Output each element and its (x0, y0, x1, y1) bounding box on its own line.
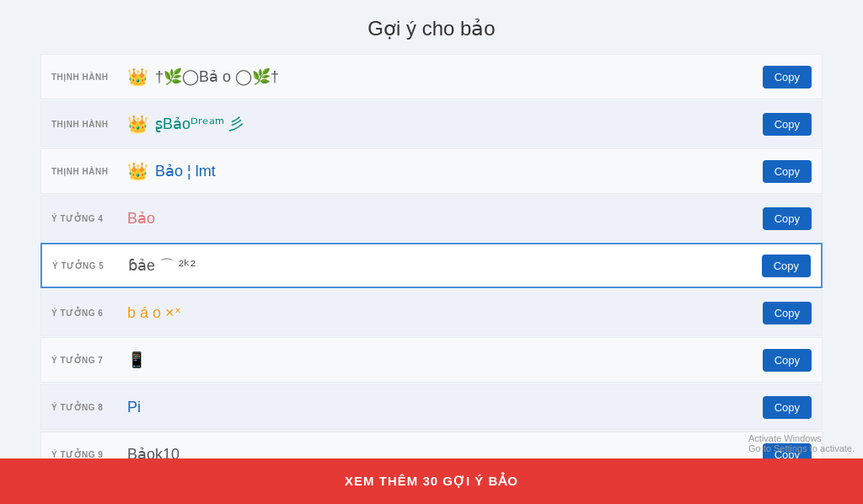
suggestion-row-3: THỊNH HÀNH👑Bảo ¦ lmtCopy (40, 148, 823, 194)
row-content-2: ʂBảoᴰʳᵉᵃᵐ 彡 (155, 114, 754, 134)
suggestion-row-1: THỊNH HÀNH👑†🌿◯Bả o ◯🌿†Copy (40, 54, 823, 99)
row-label-5: Ý TƯỞNG 5 (52, 261, 128, 271)
copy-button-4[interactable]: Copy (763, 207, 812, 230)
suggestions-container: THỊNH HÀNH👑†🌿◯Bả o ◯🌿†CopyTHỊNH HÀNH👑ʂBả… (27, 54, 836, 504)
activate-windows-notice: Activate WindowsGo to Settings to activa… (748, 433, 855, 453)
copy-button-1[interactable]: Copy (763, 66, 812, 88)
copy-button-6[interactable]: Copy (763, 302, 812, 324)
copy-button-3[interactable]: Copy (763, 160, 812, 183)
suggestion-row-4: Ý TƯỞNG 4BảoCopy (40, 196, 823, 241)
row-crown-icon-1: 👑 (127, 67, 148, 87)
row-label-9: Ý TƯỞNG 9 (51, 450, 127, 459)
suggestion-row-7: Ý TƯỞNG 7📱Copy (40, 337, 823, 383)
page-title: Gợi ý cho bảo (0, 0, 863, 54)
suggestion-row-5: Ý TƯỞNG 5ɓảe ⌒ ²ᵏ²Copy (40, 243, 823, 288)
copy-button-8[interactable]: Copy (763, 396, 812, 419)
row-label-8: Ý TƯỞNG 8 (51, 403, 127, 412)
row-content-8: Pi (127, 399, 754, 416)
row-label-3: THỊNH HÀNH (51, 167, 127, 176)
suggestion-row-6: Ý TƯỞNG 6b á o ×ˣCopy (40, 290, 823, 335)
row-content-6: b á o ×ˣ (127, 303, 754, 322)
row-content-7: 📱 (127, 351, 754, 369)
suggestion-row-2: THỊNH HÀNH👑ʂBảoᴰʳᵉᵃᵐ 彡Copy (40, 101, 823, 147)
row-content-3: Bảo ¦ lmt (155, 162, 754, 180)
row-content-5: ɓảe ⌒ ²ᵏ² (128, 255, 753, 276)
row-label-2: THỊNH HÀNH (51, 120, 127, 129)
copy-button-2[interactable]: Copy (763, 113, 812, 136)
copy-button-7[interactable]: Copy (763, 349, 812, 372)
row-label-1: THỊNH HÀNH (51, 72, 127, 82)
row-crown-icon-2: 👑 (127, 114, 148, 134)
row-label-7: Ý TƯỞNG 7 (51, 356, 127, 365)
row-crown-icon-3: 👑 (127, 161, 148, 181)
show-more-button[interactable]: XEM THÊM 30 GỢI Ý BẢO (0, 458, 863, 504)
copy-button-5[interactable]: Copy (762, 255, 811, 277)
suggestion-row-8: Ý TƯỞNG 8PiCopy (40, 384, 823, 430)
row-content-4: Bảo (127, 209, 754, 228)
row-label-4: Ý TƯỞNG 4 (51, 214, 127, 223)
row-label-6: Ý TƯỞNG 6 (51, 308, 127, 318)
row-content-1: †🌿◯Bả o ◯🌿† (155, 67, 754, 86)
